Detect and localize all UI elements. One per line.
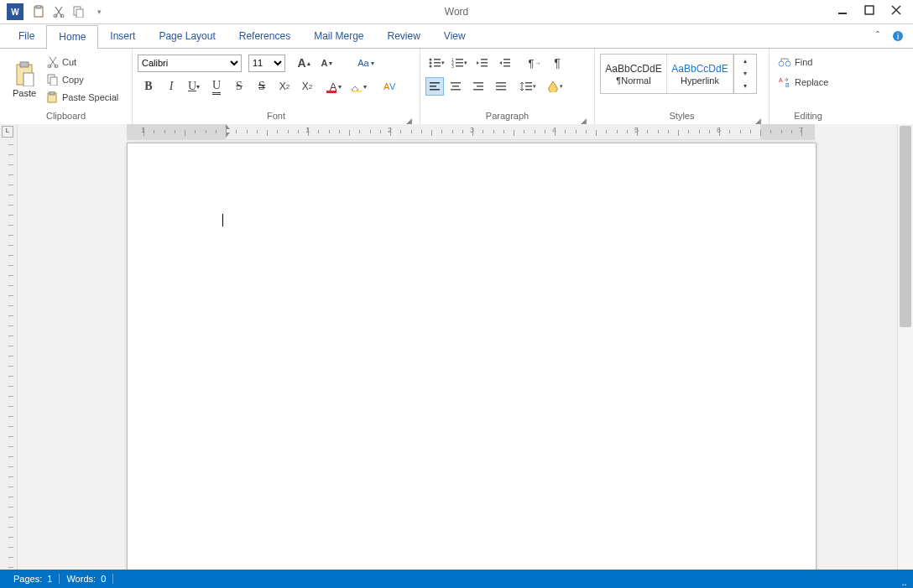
superscript-button[interactable]: X2 xyxy=(274,77,295,96)
svg-rect-18 xyxy=(50,91,55,95)
ltr-button[interactable]: ¶→ xyxy=(524,54,545,72)
font-color-button[interactable]: A▾ xyxy=(325,77,347,96)
svg-text:V: V xyxy=(389,81,395,91)
subscript-button[interactable]: X2 xyxy=(296,77,318,96)
align-justify-button[interactable] xyxy=(490,77,512,96)
help-icon[interactable]: i xyxy=(888,26,908,46)
shrink-font-button[interactable]: A▼ xyxy=(316,54,338,72)
svg-text:A: A xyxy=(383,81,390,91)
minimize-button[interactable] xyxy=(829,0,856,20)
svg-rect-0 xyxy=(34,7,43,17)
align-right-button[interactable] xyxy=(467,77,489,96)
svg-point-55 xyxy=(779,61,784,66)
words-value: 0 xyxy=(101,574,106,584)
replace-button[interactable]: AB Replace xyxy=(775,74,842,91)
paste-button[interactable]: Paste xyxy=(5,52,44,107)
svg-rect-4 xyxy=(74,7,81,15)
find-button[interactable]: Find xyxy=(775,54,842,70)
line-spacing-button[interactable]: ▾ xyxy=(517,77,539,96)
styles-scroll-down[interactable]: ▾ xyxy=(734,67,756,80)
svg-rect-48 xyxy=(473,89,483,91)
italic-button[interactable]: I xyxy=(160,77,182,96)
tab-insert[interactable]: Insert xyxy=(98,24,147,48)
ruler-mark: 4 xyxy=(552,126,556,134)
style-normal[interactable]: AaBbCcDdE ¶Normal xyxy=(601,55,667,93)
styles-gallery[interactable]: AaBbCcDdE ¶Normal AaBbCcDdE Hyperlink xyxy=(600,54,734,94)
svg-rect-27 xyxy=(434,65,441,67)
bullets-button[interactable]: ▾ xyxy=(425,54,447,72)
align-left-button[interactable] xyxy=(425,77,444,96)
grow-font-button[interactable]: A▲ xyxy=(294,54,316,72)
document-area: 11234567 xyxy=(18,124,897,570)
double-strikethrough-button[interactable]: S xyxy=(251,77,273,96)
copy-button[interactable]: Copy xyxy=(44,71,122,88)
tab-page-layout[interactable]: Page Layout xyxy=(147,24,227,48)
status-pages[interactable]: Pages: 1 xyxy=(7,574,60,584)
tab-file[interactable]: File xyxy=(7,24,46,48)
copy-icon xyxy=(47,74,59,86)
tab-selector[interactable]: L xyxy=(2,126,13,138)
qat-cut-icon[interactable] xyxy=(49,2,69,22)
increase-indent-button[interactable] xyxy=(493,54,515,72)
qat-copy-icon[interactable] xyxy=(69,2,89,22)
font-name-combo[interactable]: Calibri xyxy=(138,55,242,72)
maximize-button[interactable] xyxy=(856,0,883,20)
character-spacing-button[interactable]: AV xyxy=(378,77,399,96)
bold-button[interactable]: B xyxy=(138,77,159,96)
strikethrough-button[interactable]: S xyxy=(228,77,250,96)
paste-special-button[interactable]: Paste Special xyxy=(44,89,122,106)
tab-view[interactable]: View xyxy=(432,24,477,48)
document-page[interactable] xyxy=(127,143,816,570)
vertical-scrollbar[interactable] xyxy=(897,124,913,570)
paragraph-marks-button[interactable]: ¶ xyxy=(546,54,568,72)
svg-point-3 xyxy=(60,14,64,18)
change-case-button[interactable]: Aa▾ xyxy=(355,54,377,72)
find-label: Find xyxy=(795,57,812,67)
svg-rect-45 xyxy=(451,89,461,91)
collapse-ribbon-icon[interactable]: ˆ xyxy=(868,26,888,46)
style-hyperlink[interactable]: AaBbCcDdE Hyperlink xyxy=(667,55,733,93)
styles-launcher-icon[interactable]: ◢ xyxy=(754,114,762,122)
style-normal-preview: AaBbCcDdE xyxy=(605,63,661,75)
horizontal-ruler[interactable]: 11234567 xyxy=(127,124,815,140)
svg-rect-12 xyxy=(23,73,34,86)
underline-button[interactable]: U▾ xyxy=(183,77,205,96)
ruler-mark: 3 xyxy=(470,126,474,134)
svg-point-22 xyxy=(430,59,432,61)
svg-rect-17 xyxy=(48,93,56,102)
svg-text:1: 1 xyxy=(451,57,454,62)
paragraph-launcher-icon[interactable]: ◢ xyxy=(579,114,587,122)
qat-dropdown-icon[interactable]: ▾ xyxy=(89,2,109,22)
status-words[interactable]: Words: 0 xyxy=(60,574,113,584)
styles-expand[interactable]: ▾ xyxy=(734,80,756,92)
copy-label: Copy xyxy=(62,75,84,85)
qat-paste-icon[interactable] xyxy=(29,2,49,22)
tab-references[interactable]: References xyxy=(227,24,302,48)
close-button[interactable] xyxy=(883,0,910,20)
svg-rect-40 xyxy=(430,82,440,84)
svg-point-26 xyxy=(430,65,432,68)
ruler-mark: 6 xyxy=(717,126,721,134)
numbering-button[interactable]: 123▾ xyxy=(448,54,470,72)
svg-rect-34 xyxy=(481,59,488,60)
svg-rect-37 xyxy=(503,59,510,60)
svg-rect-51 xyxy=(496,89,506,91)
font-launcher-icon[interactable]: ◢ xyxy=(404,114,413,122)
svg-point-56 xyxy=(785,61,790,66)
styles-scroll-up[interactable]: ▴ xyxy=(734,55,756,67)
shading-button[interactable]: ▾ xyxy=(544,77,566,96)
tab-review[interactable]: Review xyxy=(376,24,432,48)
tab-mail-merge[interactable]: Mail Merge xyxy=(302,24,375,48)
resize-grip-icon[interactable]: ⣀ xyxy=(901,576,911,586)
svg-rect-49 xyxy=(496,82,506,84)
scrollbar-thumb[interactable] xyxy=(900,126,911,327)
svg-rect-25 xyxy=(434,62,441,64)
svg-text:B: B xyxy=(785,82,790,88)
double-underline-button[interactable]: U xyxy=(206,77,227,96)
highlight-button[interactable]: ▾ xyxy=(347,77,369,96)
cut-button[interactable]: Cut xyxy=(44,54,122,70)
decrease-indent-button[interactable] xyxy=(471,54,493,72)
tab-home[interactable]: Home xyxy=(46,25,98,49)
align-center-button[interactable] xyxy=(445,77,467,96)
font-size-combo[interactable]: 11 xyxy=(248,55,285,72)
